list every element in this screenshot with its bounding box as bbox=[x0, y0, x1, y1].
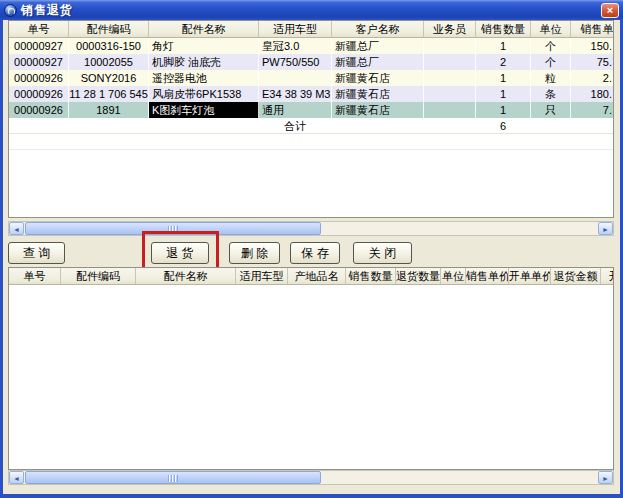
scroll-left-icon[interactable]: ◄ bbox=[9, 471, 24, 484]
cell-order-no[interactable]: 00000926 bbox=[9, 86, 69, 102]
return-grid-body bbox=[9, 285, 613, 469]
cell-empty bbox=[69, 118, 149, 133]
table-row[interactable]: 00000927 0000316-150 角灯 皇冠3.0 新疆总厂 1 个 1… bbox=[9, 38, 613, 54]
cell-customer-name[interactable]: 新疆总厂 bbox=[332, 38, 424, 54]
cell-salesman[interactable] bbox=[424, 102, 476, 118]
cell-salesman[interactable] bbox=[424, 70, 476, 86]
col-truncated[interactable]: 开 bbox=[601, 268, 614, 284]
sales-grid: 单号 配件编码 配件名称 适用车型 客户名称 业务员 销售数量 单位 销售单价 … bbox=[8, 20, 614, 218]
cell-customer-name[interactable]: 新疆黄石店 bbox=[332, 70, 424, 86]
col-customer-name[interactable]: 客户名称 bbox=[332, 21, 424, 37]
cell-part-name[interactable]: 机脚胶 油底壳 bbox=[149, 54, 259, 70]
cell-customer-name[interactable]: 新疆黄石店 bbox=[332, 86, 424, 102]
cell-unit-price[interactable]: 75. bbox=[571, 54, 614, 70]
app-icon bbox=[4, 4, 17, 17]
col-unit-price[interactable]: 销售单价 bbox=[571, 21, 614, 37]
table-row[interactable]: 00000927 10002055 机脚胶 油底壳 PW750/550 新疆总厂… bbox=[9, 54, 613, 70]
col-part-code[interactable]: 配件编码 bbox=[69, 21, 149, 37]
scrollbar-thumb[interactable] bbox=[25, 222, 321, 235]
cell-vehicle-model[interactable]: E34 38 39 M3 bbox=[259, 86, 332, 102]
cell-empty bbox=[424, 118, 476, 133]
col-salesman[interactable]: 业务员 bbox=[424, 21, 476, 37]
cell-customer-name[interactable]: 新疆总厂 bbox=[332, 54, 424, 70]
cell-vehicle-model[interactable]: 通用 bbox=[259, 102, 332, 118]
col-vehicle-model[interactable]: 适用车型 bbox=[236, 268, 288, 284]
scrollbar-track[interactable] bbox=[24, 222, 598, 235]
cell-part-code[interactable]: 11 28 1 706 545 bbox=[69, 86, 149, 102]
scroll-right-icon[interactable]: ► bbox=[598, 471, 613, 484]
cell-part-name[interactable]: 风扇皮带6PK1538 bbox=[149, 86, 259, 102]
title-bar[interactable]: 销售退货 × bbox=[0, 0, 623, 20]
cell-salesman[interactable] bbox=[424, 38, 476, 54]
cell-empty bbox=[9, 118, 69, 133]
return-button[interactable]: 退 货 bbox=[151, 242, 209, 264]
cell-part-name-selected[interactable]: K图刹车灯泡 bbox=[149, 102, 259, 118]
cell-unit-price[interactable]: 7. bbox=[571, 102, 614, 118]
cell-part-code[interactable]: 0000316-150 bbox=[69, 38, 149, 54]
col-order-no[interactable]: 单号 bbox=[9, 21, 69, 37]
cell-salesman[interactable] bbox=[424, 54, 476, 70]
cell-part-code[interactable]: SONY2016 bbox=[69, 70, 149, 86]
cell-order-no[interactable]: 00000927 bbox=[9, 54, 69, 70]
delete-button[interactable]: 删 除 bbox=[229, 242, 280, 264]
cell-order-no[interactable]: 00000927 bbox=[9, 38, 69, 54]
save-button[interactable]: 保 存 bbox=[290, 242, 340, 264]
cell-part-code[interactable]: 1891 bbox=[69, 102, 149, 118]
query-button[interactable]: 查 询 bbox=[8, 242, 65, 264]
table-row[interactable]: 00000926 SONY2016 遥控器电池 新疆黄石店 1 粒 2. bbox=[9, 70, 613, 86]
cell-order-no[interactable]: 00000926 bbox=[9, 102, 69, 118]
col-sales-price[interactable]: 销售单价 bbox=[466, 268, 509, 284]
cell-unit-price[interactable]: 180. bbox=[571, 86, 614, 102]
col-return-qty[interactable]: 退货数量 bbox=[396, 268, 441, 284]
cell-sales-qty[interactable]: 1 bbox=[476, 86, 531, 102]
cell-part-code[interactable]: 10002055 bbox=[69, 54, 149, 70]
cell-unit-price[interactable]: 150. bbox=[571, 38, 614, 54]
return-grid-hscrollbar[interactable]: ◄ ► bbox=[8, 470, 614, 485]
col-part-code[interactable]: 配件编码 bbox=[61, 268, 136, 284]
cell-unit[interactable]: 只 bbox=[531, 102, 571, 118]
scrollbar-track[interactable] bbox=[24, 471, 598, 484]
cell-part-name[interactable]: 遥控器电池 bbox=[149, 70, 259, 86]
cell-unit[interactable]: 个 bbox=[531, 38, 571, 54]
sales-grid-hscrollbar[interactable]: ◄ ► bbox=[8, 221, 614, 236]
col-part-name[interactable]: 配件名称 bbox=[149, 21, 259, 37]
cell-salesman[interactable] bbox=[424, 86, 476, 102]
cell-empty bbox=[531, 118, 571, 133]
col-vehicle-model[interactable]: 适用车型 bbox=[259, 21, 332, 37]
client-area: 单号 配件编码 配件名称 适用车型 客户名称 业务员 销售数量 单位 销售单价 … bbox=[3, 20, 620, 494]
col-order-no[interactable]: 单号 bbox=[9, 268, 61, 284]
cell-unit[interactable]: 个 bbox=[531, 54, 571, 70]
cell-order-no[interactable]: 00000926 bbox=[9, 70, 69, 86]
cell-unit-price[interactable]: 2. bbox=[571, 70, 614, 86]
table-row[interactable]: 00000926 11 28 1 706 545 风扇皮带6PK1538 E34… bbox=[9, 86, 613, 102]
cell-vehicle-model[interactable]: PW750/550 bbox=[259, 54, 332, 70]
table-row-selected[interactable]: 00000926 1891 K图刹车灯泡 通用 新疆黄石店 1 只 7. bbox=[9, 102, 613, 118]
cell-sales-qty[interactable]: 1 bbox=[476, 70, 531, 86]
col-unit[interactable]: 单位 bbox=[441, 268, 466, 284]
col-billing-price[interactable]: 开单单价 bbox=[509, 268, 551, 284]
cell-sales-qty[interactable]: 1 bbox=[476, 102, 531, 118]
col-sales-qty[interactable]: 销售数量 bbox=[476, 21, 531, 37]
return-grid-header: 单号 配件编码 配件名称 适用车型 产地品名 销售数量 退货数量 单位 销售单价… bbox=[9, 268, 613, 285]
cell-vehicle-model[interactable]: 皇冠3.0 bbox=[259, 38, 332, 54]
cell-vehicle-model[interactable] bbox=[259, 70, 332, 86]
cell-empty bbox=[571, 118, 614, 133]
sales-grid-header: 单号 配件编码 配件名称 适用车型 客户名称 业务员 销售数量 单位 销售单价 bbox=[9, 21, 613, 38]
cell-part-name[interactable]: 角灯 bbox=[149, 38, 259, 54]
cell-unit[interactable]: 粒 bbox=[531, 70, 571, 86]
cell-sales-qty[interactable]: 1 bbox=[476, 38, 531, 54]
cell-customer-name[interactable]: 新疆黄石店 bbox=[332, 102, 424, 118]
col-return-amount[interactable]: 退货金额 bbox=[551, 268, 601, 284]
close-window-button[interactable]: 关 闭 bbox=[353, 242, 412, 264]
col-part-name[interactable]: 配件名称 bbox=[136, 268, 236, 284]
scroll-right-icon[interactable]: ► bbox=[598, 222, 613, 235]
cell-empty bbox=[332, 118, 424, 133]
col-origin-name[interactable]: 产地品名 bbox=[288, 268, 346, 284]
scrollbar-thumb[interactable] bbox=[25, 471, 321, 484]
col-unit[interactable]: 单位 bbox=[531, 21, 571, 37]
scroll-left-icon[interactable]: ◄ bbox=[9, 222, 24, 235]
cell-unit[interactable]: 条 bbox=[531, 86, 571, 102]
cell-sales-qty[interactable]: 2 bbox=[476, 54, 531, 70]
close-icon[interactable]: × bbox=[601, 3, 619, 18]
col-sales-qty[interactable]: 销售数量 bbox=[346, 268, 396, 284]
